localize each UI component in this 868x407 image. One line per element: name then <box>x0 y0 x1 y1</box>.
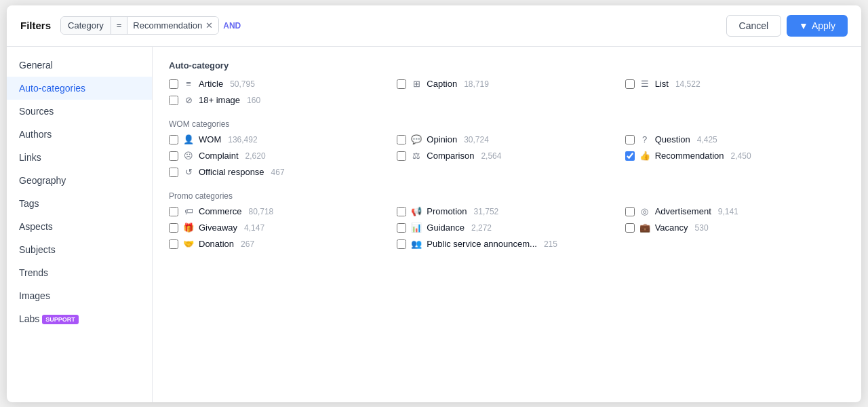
checkbox-public-service[interactable] <box>397 239 406 249</box>
filter-value: Recommendation ✕ <box>127 17 218 34</box>
complaint-icon: ☹ <box>183 151 194 161</box>
sidebar-item-trends[interactable]: Trends <box>7 261 152 284</box>
wom-count: 136,492 <box>228 135 257 144</box>
article-icon: ≡ <box>183 79 194 90</box>
wom-name: WOM <box>199 134 221 144</box>
donation-name: Donation <box>199 239 234 249</box>
category-item-vacancy: 💼Vacancy530 <box>625 222 845 233</box>
category-item-wom: 👤WOM136,492 <box>169 134 389 145</box>
category-item-promotion: 📢Promotion31,752 <box>397 206 616 217</box>
filter-bar: Category = Recommendation ✕ AND <box>60 16 241 35</box>
comparison-count: 2,564 <box>481 151 501 161</box>
filter-icon: ▼ <box>799 20 808 31</box>
guidance-name: Guidance <box>427 222 465 233</box>
sidebar-item-labs[interactable]: LabsSUPPORT <box>7 307 152 330</box>
sidebar-item-images[interactable]: Images <box>7 284 152 307</box>
opinion-count: 30,724 <box>464 135 489 144</box>
commerce-icon: 🏷 <box>183 206 194 217</box>
checkbox-18plus[interactable] <box>169 96 178 105</box>
sidebar-item-links[interactable]: Links <box>7 146 152 169</box>
content-area: Auto-category ≡Article50,795⊞Caption18,7… <box>153 47 861 402</box>
sidebar-item-auto-categories[interactable]: Auto-categories <box>7 77 152 100</box>
category-item-giveaway: 🎁Giveaway4,147 <box>169 222 389 233</box>
vacancy-count: 530 <box>695 223 709 233</box>
filter-chip[interactable]: Category = Recommendation ✕ <box>60 16 219 35</box>
checkbox-list[interactable] <box>625 79 635 89</box>
article-name: Article <box>199 79 223 89</box>
advertisement-icon: ◎ <box>639 206 650 217</box>
question-name: Question <box>655 134 690 144</box>
filter-remove-icon[interactable]: ✕ <box>205 21 213 30</box>
opinion-icon: 💬 <box>411 134 422 145</box>
list-icon: ☰ <box>639 79 650 90</box>
wom-category-section: WOM categories 👤WOM136,492💬Opinion30,724… <box>169 119 845 178</box>
wom-category-grid: 👤WOM136,492💬Opinion30,724?Question4,425☹… <box>169 134 845 178</box>
wom-section-label: WOM categories <box>169 119 845 129</box>
sidebar-item-sources[interactable]: Sources <box>7 100 152 123</box>
checkbox-giveaway[interactable] <box>169 223 178 233</box>
list-count: 14,522 <box>675 79 701 89</box>
donation-icon: 🤝 <box>183 239 194 250</box>
category-item-article: ≡Article50,795 <box>169 79 389 90</box>
category-item-public-service: 👥Public service announcem...215 <box>397 239 616 250</box>
apply-button[interactable]: ▼ Apply <box>787 15 848 37</box>
category-item-18plus: ⊘18+ image160 <box>169 95 389 106</box>
checkbox-article[interactable] <box>169 79 178 89</box>
category-item-commerce: 🏷Commerce80,718 <box>169 206 389 217</box>
commerce-count: 80,718 <box>249 207 274 216</box>
checkbox-commerce[interactable] <box>169 207 178 216</box>
complaint-count: 2,620 <box>245 151 266 161</box>
commerce-name: Commerce <box>199 206 242 216</box>
category-item-list: ☰List14,522 <box>625 79 845 90</box>
promo-category-grid: 🏷Commerce80,718📢Promotion31,752◎Advertis… <box>169 206 845 250</box>
checkbox-question[interactable] <box>625 135 635 144</box>
comparison-icon: ⚖ <box>411 151 422 161</box>
checkbox-wom[interactable] <box>169 135 178 144</box>
header-actions: Cancel ▼ Apply <box>726 15 848 37</box>
checkbox-opinion[interactable] <box>397 135 406 144</box>
category-item-recommendation: 👍Recommendation2,450 <box>625 151 845 161</box>
checkbox-recommendation[interactable] <box>625 151 635 161</box>
recommendation-icon: 👍 <box>639 151 650 161</box>
question-icon: ? <box>639 134 650 145</box>
category-item-advertisement: ◎Advertisement9,141 <box>625 206 845 217</box>
caption-icon: ⊞ <box>411 79 422 90</box>
checkbox-guidance[interactable] <box>397 223 406 233</box>
checkbox-promotion[interactable] <box>397 207 406 216</box>
auto-category-section: ≡Article50,795⊞Caption18,719☰List14,522⊘… <box>169 79 845 106</box>
checkbox-advertisement[interactable] <box>625 207 635 216</box>
donation-count: 267 <box>241 239 254 249</box>
and-badge: AND <box>223 21 241 31</box>
checkbox-official-response[interactable] <box>169 168 178 177</box>
category-item-opinion: 💬Opinion30,724 <box>397 134 616 145</box>
sidebar-item-geography[interactable]: Geography <box>7 169 152 192</box>
public-service-count: 215 <box>544 239 557 249</box>
giveaway-count: 4,147 <box>244 223 264 233</box>
wom-icon: 👤 <box>183 134 194 145</box>
official-response-icon: ↺ <box>183 167 194 178</box>
checkbox-caption[interactable] <box>397 79 406 89</box>
category-item-caption: ⊞Caption18,719 <box>397 79 616 90</box>
sidebar-item-aspects[interactable]: Aspects <box>7 215 152 238</box>
vacancy-name: Vacancy <box>655 222 688 233</box>
giveaway-icon: 🎁 <box>183 222 194 233</box>
checkbox-vacancy[interactable] <box>625 223 635 233</box>
advertisement-count: 9,141 <box>718 207 738 216</box>
modal-header: Filters Category = Recommendation ✕ AND … <box>7 5 861 47</box>
question-count: 4,425 <box>697 135 717 144</box>
modal-title: Filters <box>20 20 51 31</box>
cancel-button[interactable]: Cancel <box>726 15 782 37</box>
auto-category-grid: ≡Article50,795⊞Caption18,719☰List14,522⊘… <box>169 79 845 106</box>
checkbox-comparison[interactable] <box>397 151 406 161</box>
sidebar-item-authors[interactable]: Authors <box>7 123 152 146</box>
caption-name: Caption <box>427 79 457 89</box>
public-service-name: Public service announcem... <box>427 239 537 249</box>
sidebar-item-tags[interactable]: Tags <box>7 192 152 215</box>
public-service-icon: 👥 <box>411 239 422 250</box>
sidebar-item-general[interactable]: General <box>7 54 152 77</box>
18plus-count: 160 <box>247 96 260 105</box>
checkbox-donation[interactable] <box>169 239 178 249</box>
sidebar-item-subjects[interactable]: Subjects <box>7 238 152 261</box>
checkbox-complaint[interactable] <box>169 151 178 161</box>
promotion-name: Promotion <box>427 206 467 216</box>
